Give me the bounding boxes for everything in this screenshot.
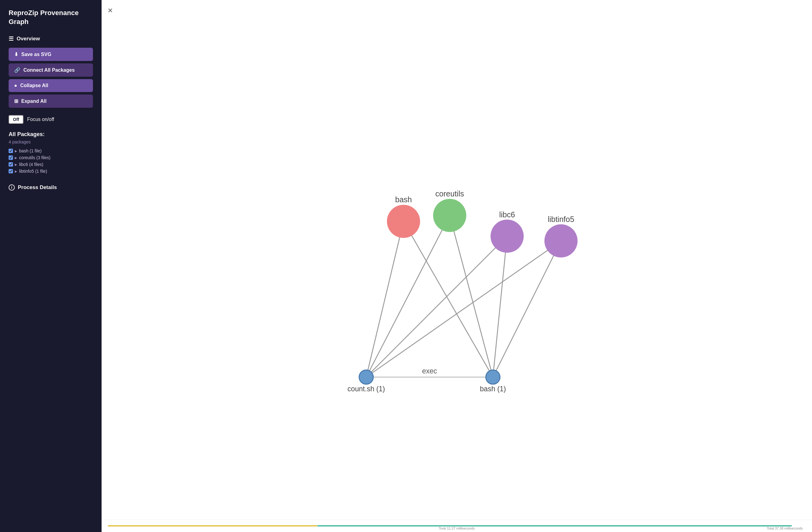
packages-section: All Packages: 4 packages ▶ bash (1 file)… — [0, 129, 102, 179]
package-item-bash[interactable]: ▶ bash (1 file) — [9, 147, 93, 154]
collapse-all-button[interactable]: ● Collapse All — [9, 79, 93, 92]
expand-all-label: Expand All — [21, 99, 46, 104]
collapse-icon: ● — [14, 83, 17, 88]
package-checkbox-libc6[interactable] — [9, 162, 13, 167]
overview-icon: ☰ — [9, 35, 14, 42]
package-item-coreutils[interactable]: ▶ coreutils (3 files) — [9, 154, 93, 161]
node-countsh — [359, 370, 373, 384]
svg-line-0 — [366, 221, 404, 377]
packages-title: All Packages: — [9, 131, 93, 138]
node-bash-proc-label: bash (1) — [480, 385, 506, 393]
timeline-label-right: Total 37.38 milliseconds — [767, 527, 803, 530]
connect-icon: 🔗 — [14, 67, 20, 73]
packages-count: 4 packages — [9, 140, 93, 144]
close-button[interactable]: × — [108, 6, 113, 15]
package-label-bash: bash (1 file) — [19, 148, 42, 153]
node-libc6-pkg-label: libc6 — [499, 210, 515, 219]
graph-area[interactable]: exec bash coreutils libc6 libtinfo5 coun… — [102, 0, 812, 520]
action-buttons: ⬇ Save as SVG 🔗 Connect All Packages ● C… — [0, 45, 102, 113]
info-icon: i — [9, 184, 15, 190]
sidebar: ReproZip Provenance Graph ☰ Overview ⬇ S… — [0, 0, 102, 532]
package-arrow-coreutils: ▶ — [15, 156, 17, 159]
focus-toggle-button[interactable]: Off — [9, 115, 24, 124]
svg-line-6 — [493, 236, 507, 377]
package-item-libtinfo5[interactable]: ▶ libtinfo5 (1 file) — [9, 168, 93, 175]
package-checkbox-libtinfo5[interactable] — [9, 169, 13, 173]
package-arrow-libtinfo5: ▶ — [15, 170, 17, 173]
exec-label: exec — [422, 367, 437, 375]
node-countsh-label: count.sh (1) — [348, 385, 385, 393]
focus-toggle-row: Off Focus on/off — [0, 113, 102, 129]
collapse-all-label: Collapse All — [20, 83, 48, 88]
svg-line-5 — [450, 216, 493, 377]
connect-all-button[interactable]: 🔗 Connect All Packages — [9, 63, 93, 77]
package-label-libc6: libc6 (4 files) — [19, 162, 43, 167]
svg-line-2 — [366, 236, 507, 377]
svg-line-3 — [366, 241, 561, 377]
expand-icon: ⊞ — [14, 98, 18, 104]
main-panel: × exec bash — [102, 0, 812, 532]
process-details-label: Process Details — [18, 184, 57, 190]
overview-label: Overview — [17, 36, 40, 42]
package-arrow-libc6: ▶ — [15, 163, 17, 166]
svg-line-7 — [493, 241, 561, 377]
node-bash-proc — [486, 370, 500, 384]
overview-section[interactable]: ☰ Overview — [0, 32, 102, 45]
svg-line-1 — [366, 216, 450, 377]
node-libtinfo5-pkg — [545, 225, 578, 258]
svg-line-4 — [404, 221, 493, 377]
package-item-libc6[interactable]: ▶ libc6 (4 files) — [9, 161, 93, 168]
save-icon: ⬇ — [14, 52, 18, 57]
package-checkbox-coreutils[interactable] — [9, 156, 13, 160]
timeline-bar: Took 11.27 milliseconds Total 37.38 mill… — [102, 520, 812, 532]
svg-rect-10 — [317, 525, 792, 527]
node-coreutils-pkg — [433, 199, 466, 232]
connect-all-label: Connect All Packages — [24, 68, 75, 73]
package-arrow-bash: ▶ — [15, 149, 17, 153]
focus-toggle-label: Focus on/off — [27, 117, 54, 122]
app-title: ReproZip Provenance Graph — [0, 0, 102, 32]
timeline-label-left: Took 11.27 milliseconds — [439, 527, 475, 530]
graph-svg: exec bash coreutils libc6 libtinfo5 coun… — [102, 0, 812, 520]
node-bash-pkg — [387, 205, 420, 238]
save-svg-button[interactable]: ⬇ Save as SVG — [9, 48, 93, 61]
package-checkbox-bash[interactable] — [9, 149, 13, 153]
process-details-section[interactable]: i Process Details — [0, 179, 102, 196]
svg-rect-9 — [108, 525, 317, 527]
expand-all-button[interactable]: ⊞ Expand All — [9, 95, 93, 108]
node-bash-pkg-label: bash — [395, 195, 412, 204]
node-libc6-pkg — [491, 219, 524, 253]
node-coreutils-pkg-label: coreutils — [435, 189, 464, 198]
package-label-coreutils: coreutils (3 files) — [19, 155, 50, 160]
package-label-libtinfo5: libtinfo5 (1 file) — [19, 169, 47, 174]
save-svg-label: Save as SVG — [21, 52, 52, 57]
node-libtinfo5-pkg-label: libtinfo5 — [548, 215, 574, 224]
